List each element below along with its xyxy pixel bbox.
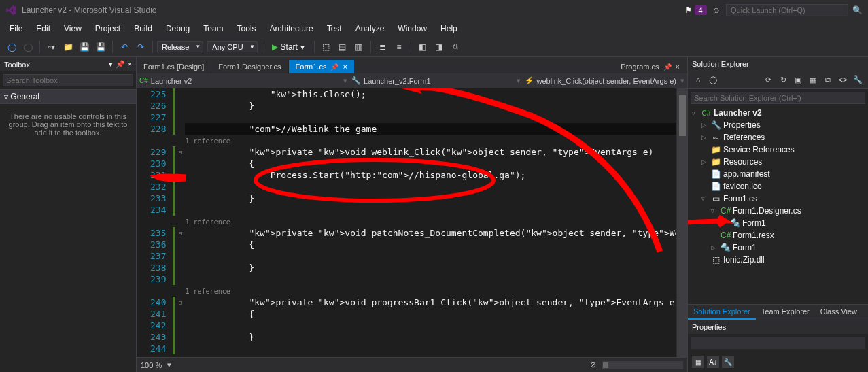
platform-dropdown[interactable]: Any CPU — [207, 41, 257, 52]
editor-statusbar: 100 % ▾ ⊘ — [137, 357, 687, 372]
toolbox-general-group[interactable]: ▿ General — [0, 89, 136, 104]
menu-help[interactable]: Help — [434, 22, 464, 35]
solution-explorer-title: Solution Explorer — [692, 60, 749, 68]
wrench-icon[interactable]: 🔧 — [722, 356, 734, 368]
solution-search-input[interactable] — [691, 92, 865, 104]
open-file-button[interactable]: 📁 — [60, 39, 75, 54]
feedback-icon[interactable]: ☺ — [712, 5, 721, 15]
nav-project[interactable]: C#Launcher v2 — [139, 77, 192, 85]
collapse-icon[interactable]: ▣ — [792, 73, 804, 86]
tree-node-resources[interactable]: ▷📁Resources — [688, 156, 868, 168]
menubar: FileEditViewProjectBuildDebugTeamToolsAr… — [0, 20, 868, 37]
app-title: Launcher v2 - Microsoft Visual Studio — [22, 5, 157, 15]
home-icon[interactable]: ⌂ — [692, 73, 704, 86]
chevron-down-icon[interactable]: ▾ — [109, 60, 113, 69]
code-editor[interactable]: 2252262272282292302312322332342352362372… — [137, 88, 687, 357]
menu-tools[interactable]: Tools — [230, 22, 263, 35]
properties-icon[interactable]: ⧉ — [822, 73, 834, 86]
nav-member[interactable]: ⚡ weblink_Click(object sender, EventArgs… — [525, 76, 676, 85]
uncomment-icon[interactable]: ▥ — [351, 39, 366, 54]
start-button[interactable]: ▶Start ▾ — [266, 41, 310, 53]
vertical-scrollbar[interactable] — [676, 88, 687, 357]
step-icon[interactable]: ⬚ — [319, 39, 334, 54]
show-all-icon[interactable]: ▦ — [807, 73, 819, 86]
nav-forward-button: ◯ — [20, 39, 35, 54]
menu-analyze[interactable]: Analyze — [349, 22, 392, 35]
close-icon[interactable]: × — [343, 63, 347, 71]
comment-icon[interactable]: ▤ — [335, 39, 350, 54]
quick-launch-input[interactable] — [726, 4, 848, 16]
bookmark-icon[interactable]: ◧ — [415, 39, 430, 54]
tab-form1-cs--design-[interactable]: Form1.cs [Design] — [137, 60, 211, 73]
menu-window[interactable]: Window — [391, 22, 434, 35]
undo-button[interactable]: ↶ — [117, 39, 132, 54]
format-icon[interactable]: ⎙ — [448, 39, 463, 54]
menu-view[interactable]: View — [57, 22, 88, 35]
side-tab-solution-explorer[interactable]: Solution Explorer — [688, 305, 756, 320]
tree-node-form1[interactable]: ▷🔩Form1 — [688, 217, 868, 229]
nav-back-button[interactable]: ◯ — [4, 39, 19, 54]
tab-form1-cs[interactable]: Form1.cs📌× — [289, 60, 355, 73]
menu-test[interactable]: Test — [320, 22, 349, 35]
tree-node-form1-cs[interactable]: ▿▭Form1.cs — [688, 192, 868, 205]
properties-title: Properties — [688, 320, 868, 334]
vs-logo-icon — [5, 5, 16, 16]
menu-edit[interactable]: Edit — [29, 22, 57, 35]
solution-explorer-header: Solution Explorer — [688, 57, 868, 71]
tab-form1-designer-cs[interactable]: Form1.Designer.cs — [211, 60, 288, 73]
menu-file[interactable]: File — [3, 22, 29, 35]
bookmark2-icon[interactable]: ◨ — [432, 39, 447, 54]
indent-icon[interactable]: ≣ — [375, 39, 390, 54]
properties-panel: Properties ▦ A↓ 🔧 — [688, 320, 868, 372]
new-project-button[interactable]: ▫▾ — [44, 39, 59, 54]
menu-team[interactable]: Team — [196, 22, 230, 35]
tree-node-ionic-zip-dll[interactable]: ⬚Ionic.Zip.dll — [688, 254, 868, 266]
search-icon[interactable]: 🔍 — [852, 5, 863, 15]
zoom-level[interactable]: 100 % — [141, 361, 162, 369]
toolbox-title: Toolbox — [4, 61, 30, 69]
flag-icon[interactable]: ⚑ — [684, 5, 692, 15]
config-dropdown[interactable]: Release — [157, 41, 203, 52]
tree-node-references[interactable]: ▷▫▫References — [688, 131, 868, 143]
categorized-icon[interactable]: ▦ — [692, 356, 704, 368]
code-icon[interactable]: <> — [837, 73, 849, 86]
menu-build[interactable]: Build — [127, 22, 159, 35]
main-toolbar: ◯ ◯ ▫▾ 📁 💾 💾 ↶ ↷ Release Any CPU ▶Start … — [0, 37, 868, 57]
outdent-icon[interactable]: ≡ — [392, 39, 406, 54]
save-button[interactable]: 💾 — [77, 39, 92, 54]
tree-node-form1-resx[interactable]: C#Form1.resx — [688, 229, 868, 241]
tree-node-form1[interactable]: ▷🔩Form1 — [688, 241, 868, 254]
pin-icon[interactable]: 📌 — [330, 63, 338, 71]
notification-badge[interactable]: 4 — [695, 5, 707, 15]
close-icon[interactable]: × — [128, 60, 132, 69]
toolbox-panel: Toolbox ▾📌× ▿ General There are no usabl… — [0, 57, 137, 372]
back-icon[interactable]: ◯ — [707, 73, 719, 86]
document-tabs: Form1.cs [Design]Form1.Designer.csForm1.… — [137, 57, 687, 73]
editor-area: Form1.cs [Design]Form1.Designer.csForm1.… — [137, 57, 687, 372]
solution-explorer-panel: Solution Explorer ⌂ ◯ ⟳ ↻ ▣ ▦ ⧉ <> 🔧 ▿C#… — [687, 57, 868, 372]
side-tab-class-view[interactable]: Class View — [815, 305, 863, 320]
sync-icon[interactable]: ⟳ — [762, 73, 774, 86]
tree-node-app-manifest[interactable]: 📄app.manifest — [688, 168, 868, 180]
refresh-icon[interactable]: ↻ — [777, 73, 789, 86]
tree-node-service-references[interactable]: 📁Service References — [688, 143, 868, 156]
tree-node-launcher-v2[interactable]: ▿C#Launcher v2 — [688, 107, 868, 119]
side-tab-team-explorer[interactable]: Team Explorer — [756, 305, 815, 320]
tab-program-cs[interactable]: Program.cs📌× — [614, 60, 687, 73]
pin-icon[interactable]: 📌 — [116, 60, 125, 69]
tree-node-form1-designer-cs[interactable]: ▿C#Form1.Designer.cs — [688, 205, 868, 217]
tree-node-properties[interactable]: ▷🔧Properties — [688, 119, 868, 131]
wrench-icon[interactable]: 🔧 — [852, 73, 864, 86]
nav-class[interactable]: 🔧 Launcher_v2.Form1 — [351, 76, 430, 85]
toolbox-search-input[interactable] — [3, 74, 133, 86]
code-navbar: C#Launcher v2 ▾ 🔧 Launcher_v2.Form1 ▾ ⚡ … — [137, 73, 687, 88]
alpha-icon[interactable]: A↓ — [707, 356, 719, 368]
tree-node-favicon-ico[interactable]: 📄favicon.ico — [688, 180, 868, 192]
menu-project[interactable]: Project — [88, 22, 127, 35]
menu-architecture[interactable]: Architecture — [263, 22, 320, 35]
menu-debug[interactable]: Debug — [159, 22, 196, 35]
redo-button[interactable]: ↷ — [133, 39, 148, 54]
chevron-down-icon[interactable]: ▾ — [167, 360, 171, 369]
save-all-button[interactable]: 💾 — [93, 39, 108, 54]
solution-tree: ▿C#Launcher v2▷🔧Properties▷▫▫References📁… — [688, 107, 868, 304]
